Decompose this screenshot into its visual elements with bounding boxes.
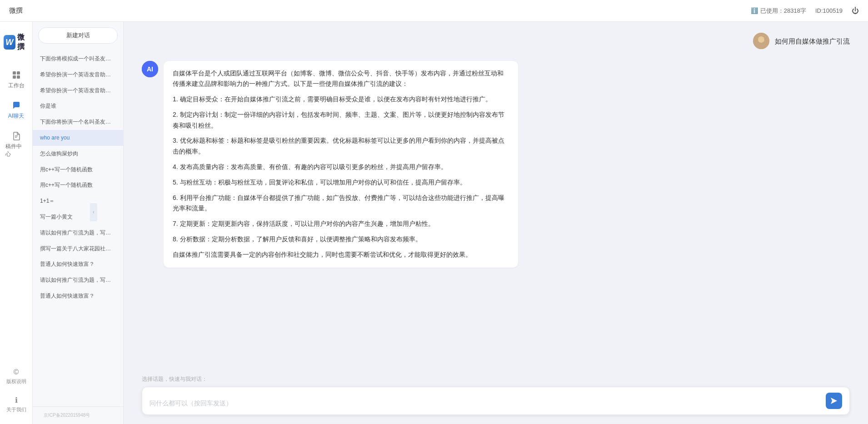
history-bottom: 京ICP备2022015948号: [33, 406, 123, 424]
quick-select-label: 选择话题，快速与我对话：: [142, 375, 850, 383]
ai-chat-icon: [11, 100, 21, 110]
history-item[interactable]: 普通人如何快速致富？: [33, 256, 123, 272]
sidebar-item-drafts[interactable]: 稿件中心: [4, 127, 29, 162]
history-item[interactable]: 普通人如何快速致富？: [33, 288, 123, 304]
history-item[interactable]: 用c++写一个随机函数: [33, 162, 123, 178]
svg-text:AI: AI: [147, 65, 153, 73]
copyright-label: 版权说明: [6, 378, 26, 385]
history-item[interactable]: 撰写一篇关于八大家花园社区一刻钟便民生...: [33, 241, 123, 257]
history-item[interactable]: 请以如何推广引流为题，写一篇大纲: [33, 272, 123, 288]
chat-input[interactable]: [150, 398, 821, 409]
nav-bottom: © 版权说明 ℹ 关于我们: [0, 364, 32, 417]
ai-message-paragraph: 自媒体平台是个人或团队通过互联网平台（如博客、微博、微信公众号、抖音、快手等）发…: [173, 68, 509, 90]
history-item[interactable]: 1+1＝: [33, 193, 123, 209]
logo-area: W 微撰: [0, 29, 32, 55]
drafts-icon: [11, 131, 21, 141]
history-item[interactable]: 希望你扮演一个英语发音助手，我提供给你...: [33, 67, 123, 83]
power-icon[interactable]: ⏻: [852, 7, 859, 15]
left-nav: W 微撰 工作台: [0, 22, 33, 424]
svg-rect-2: [13, 75, 16, 79]
logo-icon: W: [4, 35, 15, 50]
message-row-ai: AI自媒体平台是个人或团队通过互联网平台（如博客、微博、微信公众号、抖音、快手等…: [142, 61, 850, 268]
history-item[interactable]: 用c++写一个随机函数: [33, 177, 123, 193]
logo-text: 微撰: [17, 33, 29, 52]
ai-message-paragraph: 5. 与粉丝互动：积极与粉丝互动，回复评论和私信，可以增加用户对你的认可和信任，…: [173, 177, 509, 188]
history-sidebar: 新建对话 下面你将模拟成一个叫圣友的程序员，我说...希望你扮演一个英语发音助手…: [33, 22, 124, 424]
ai-message-paragraph: 自媒体推广引流需要具备一定的内容创作和社交能力，同时也需要不断尝试和优化，才能取…: [173, 249, 509, 260]
topbar: 微撰 ℹ️ 已使用：28318字 ID:100519 ⏻: [0, 0, 868, 22]
user-avatar: [753, 33, 769, 49]
usage-label: 已使用：28318字: [760, 7, 806, 15]
history-item[interactable]: 下面你将扮演一个名叫圣友的医生: [33, 114, 123, 130]
copyright-icon: ©: [14, 368, 19, 376]
usage-icon: ℹ️: [751, 7, 758, 14]
sidebar-collapse-toggle[interactable]: ‹: [90, 203, 97, 221]
main-layout: W 微撰 工作台: [0, 22, 868, 424]
ai-message-paragraph: 8. 分析数据：定期分析数据，了解用户反馈和喜好，以便调整推广策略和内容发布频率…: [173, 234, 509, 245]
icp-text: 京ICP备2022015948号: [38, 410, 118, 420]
history-item[interactable]: 请以如何推广引流为题，写一篇大纲: [33, 225, 123, 241]
history-item[interactable]: who are you: [33, 130, 123, 146]
ai-message-paragraph: 6. 利用平台推广功能：自媒体平台都提供了推广功能，如广告投放、付费推广等，可以…: [173, 193, 509, 214]
topbar-right: ℹ️ 已使用：28318字 ID:100519 ⏻: [751, 7, 859, 15]
usage-info: ℹ️ 已使用：28318字: [751, 7, 806, 15]
about-label: 关于我们: [6, 406, 26, 413]
ai-message-paragraph: 7. 定期更新：定期更新内容，保持活跃度，可以让用户对你的内容产生兴趣，增加用户…: [173, 219, 509, 229]
drafts-label: 稿件中心: [5, 143, 27, 158]
ai-message-paragraph: 3. 优化标题和标签：标题和标签是吸引粉丝的重要因素。优化标题和标签可以让更多的…: [173, 135, 509, 157]
new-chat-button[interactable]: 新建对话: [38, 27, 118, 44]
ai-message-paragraph: 1. 确定目标受众：在开始自媒体推广引流之前，需要明确目标受众是谁，以便在发布内…: [173, 94, 509, 105]
ai-message-paragraph: 2. 制定内容计划：制定一份详细的内容计划，包括发布时间、频率、主题、文案、图片…: [173, 110, 509, 131]
topbar-title: 微撰: [9, 6, 23, 15]
svg-rect-1: [17, 71, 20, 75]
workbench-label: 工作台: [8, 82, 25, 90]
send-button[interactable]: [826, 393, 842, 409]
sidebar-item-workbench[interactable]: 工作台: [4, 66, 29, 93]
history-item[interactable]: 希望你扮演一个英语发音助手，我提供给你...: [33, 83, 123, 99]
svg-point-7: [758, 36, 764, 43]
input-box: [142, 387, 850, 415]
sidebar-item-about[interactable]: ℹ 关于我们: [4, 392, 29, 417]
ai-chat-label: AI聊天: [8, 112, 24, 120]
ai-message-paragraph: 4. 发布高质量内容：发布高质量、有价值、有趣的内容可以吸引更多的粉丝，并提高用…: [173, 162, 509, 173]
history-item[interactable]: 怎么做狗屎炒肉: [33, 146, 123, 162]
chat-messages: 如何用自媒体做推广引流AI自媒体平台是个人或团队通过互联网平台（如博客、微博、微…: [124, 22, 868, 375]
workbench-icon: [11, 70, 21, 80]
sidebar-item-copyright[interactable]: © 版权说明: [4, 364, 29, 389]
ai-avatar: AI: [142, 61, 158, 77]
id-label: ID:100519: [815, 7, 843, 14]
nav-items: 工作台 AI聊天 稿件: [0, 66, 32, 364]
message-row-user: 如何用自媒体做推广引流: [142, 33, 850, 50]
history-item[interactable]: 你是谁: [33, 98, 123, 114]
history-item[interactable]: 写一篇小黄文: [33, 209, 123, 225]
ai-message-bubble: 自媒体平台是个人或团队通过互联网平台（如博客、微博、微信公众号、抖音、快手等）发…: [164, 61, 518, 268]
svg-rect-0: [13, 71, 16, 75]
user-message-bubble: 如何用自媒体做推广引流: [775, 33, 850, 50]
about-icon: ℹ: [15, 396, 18, 404]
history-list: 下面你将模拟成一个叫圣友的程序员，我说...希望你扮演一个英语发音助手，我提供给…: [33, 49, 123, 406]
sidebar-item-ai-chat[interactable]: AI聊天: [4, 97, 29, 124]
history-item[interactable]: 下面你将模拟成一个叫圣友的程序员，我说...: [33, 51, 123, 67]
chat-area: 如何用自媒体做推广引流AI自媒体平台是个人或团队通过互联网平台（如博客、微博、微…: [124, 22, 868, 424]
svg-rect-3: [17, 75, 20, 79]
chat-input-area: 选择话题，快速与我对话：: [124, 375, 868, 424]
